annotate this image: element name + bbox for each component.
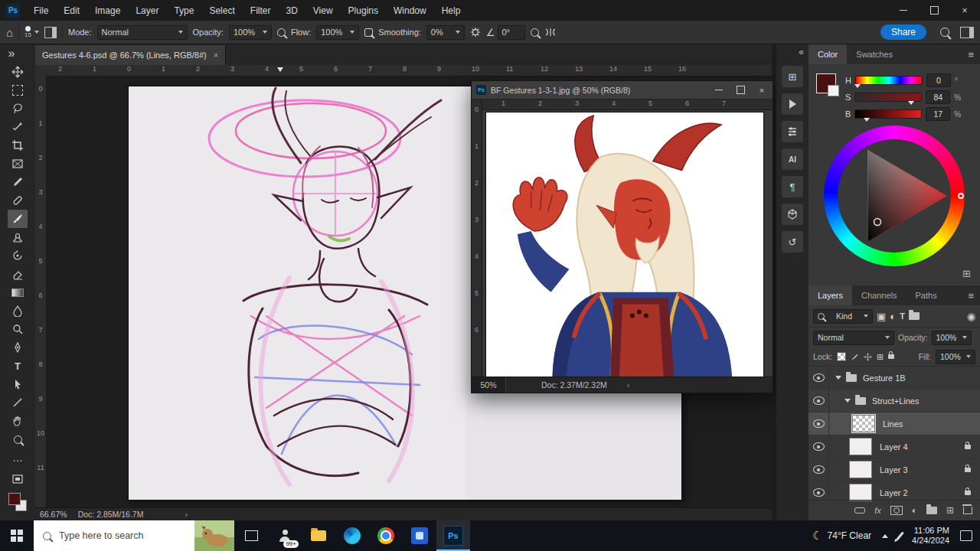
gradient-tool[interactable]	[8, 283, 28, 302]
delete-layer-icon[interactable]	[963, 507, 972, 514]
zoom-tool[interactable]	[8, 430, 28, 448]
layer-opacity-select[interactable]: 100%	[932, 331, 972, 345]
filter-type-icon[interactable]: T	[900, 311, 905, 321]
layer-row[interactable]: Layer 4	[808, 435, 980, 458]
expand-color-icon[interactable]: ⊞	[962, 268, 971, 279]
lock-all-icon[interactable]	[888, 354, 894, 359]
floating-window-titlebar[interactable]: Ps BF Gestures 1-3-1.jpg @ 50% (RGB/8) ×	[472, 81, 773, 99]
hue-value[interactable]: 0	[926, 73, 951, 87]
group-expander-icon[interactable]	[835, 376, 841, 380]
edit-toolbar-icon[interactable]: …	[8, 448, 28, 467]
saturation-slider-marker[interactable]	[908, 101, 914, 105]
path-selection-tool[interactable]	[8, 375, 28, 393]
layer-name[interactable]: Layer 3	[880, 465, 908, 474]
floating-top-ruler[interactable]: 1234567	[482, 99, 773, 110]
status-expand-icon[interactable]: ›	[627, 380, 630, 390]
group-expander-icon[interactable]	[844, 399, 851, 403]
chrome-button[interactable]	[369, 520, 403, 551]
left-ruler[interactable]: 01234567891011	[35, 76, 47, 507]
screen-mode-icon[interactable]	[8, 470, 28, 488]
menu-select[interactable]: Select	[201, 0, 242, 21]
edge-button[interactable]	[335, 520, 369, 551]
new-layer-icon[interactable]: ⊞	[946, 505, 954, 516]
menu-filter[interactable]: Filter	[243, 0, 279, 21]
pen-tool[interactable]	[8, 338, 28, 357]
home-icon[interactable]: ⌂	[6, 26, 13, 39]
file-explorer-button[interactable]	[302, 520, 335, 551]
paragraph-panel-icon[interactable]: ¶	[782, 176, 803, 197]
smoothing-select[interactable]: 0%	[426, 25, 465, 40]
layer-row-group[interactable]: Gesture 1B	[808, 367, 980, 390]
taskbar-search[interactable]: Type here to search	[34, 520, 234, 551]
document-tab[interactable]: Gestures 4-6.psd @ 66.7% (Lines, RGB/8#)…	[35, 45, 226, 65]
airbrush-icon[interactable]	[364, 28, 373, 37]
menu-type[interactable]: Type	[166, 0, 201, 21]
clone-stamp-tool[interactable]	[8, 228, 28, 246]
hidden-icons-chevron[interactable]	[882, 534, 888, 538]
maximize-button[interactable]	[730, 81, 751, 99]
filter-group-icon[interactable]	[909, 312, 920, 320]
minimize-button[interactable]	[888, 0, 919, 21]
layer-effects-icon[interactable]: fx	[874, 506, 881, 515]
weather-widget[interactable]: ☾ 74°F Clear	[812, 529, 871, 543]
quick-selection-tool[interactable]	[8, 118, 28, 136]
color-swatches[interactable]	[8, 493, 27, 511]
toggle-brush-panel-icon[interactable]	[44, 27, 57, 38]
healing-brush-tool[interactable]	[8, 191, 28, 210]
share-button[interactable]: Share	[880, 24, 926, 40]
menu-plugins[interactable]: Plugins	[341, 0, 386, 21]
panel-menu-icon[interactable]: ≡	[962, 44, 980, 64]
pressure-opacity-icon[interactable]	[277, 28, 286, 37]
maximize-button[interactable]	[919, 0, 949, 21]
layer-blend-mode-select[interactable]: Normal	[813, 331, 894, 345]
tab-paths[interactable]: Paths	[906, 285, 946, 305]
visibility-toggle[interactable]	[808, 435, 829, 458]
top-ruler[interactable]: 21012345678910111213141516	[46, 65, 772, 77]
minimize-button[interactable]	[708, 81, 730, 99]
brightness-slider-marker[interactable]	[864, 118, 870, 122]
symmetry-icon[interactable]	[544, 28, 557, 37]
floating-left-ruler[interactable]: 0123456	[472, 99, 482, 377]
close-tab-icon[interactable]: ×	[214, 51, 218, 60]
task-view-button[interactable]	[234, 520, 268, 551]
layer-name[interactable]: Layer 2	[880, 488, 908, 497]
hand-tool[interactable]	[8, 412, 28, 430]
lock-artboard-icon[interactable]: ⊞	[877, 352, 884, 362]
actions-panel-icon[interactable]	[782, 93, 803, 115]
brush-angle-control[interactable]: ∠ 0°	[486, 25, 525, 40]
rotate-view-icon[interactable]: ↺	[782, 231, 803, 253]
layer-thumbnail[interactable]	[852, 415, 875, 432]
hue-slider[interactable]	[855, 76, 923, 85]
search-highlight-image[interactable]	[194, 520, 234, 551]
angle-value-box[interactable]: 0°	[498, 25, 525, 40]
lock-pixels-icon[interactable]	[851, 353, 859, 361]
menu-help[interactable]: Help	[434, 0, 469, 21]
libraries-panel-icon[interactable]: ⊞	[782, 66, 803, 87]
blur-tool[interactable]	[8, 302, 28, 320]
close-button[interactable]: ×	[751, 81, 773, 99]
tab-color[interactable]: Color	[808, 44, 847, 64]
adjustment-layer-icon[interactable]: ◐	[912, 505, 917, 516]
filter-adjustment-icon[interactable]: ◐	[890, 311, 896, 322]
type-tool[interactable]: T	[8, 357, 28, 375]
visibility-toggle[interactable]	[808, 458, 829, 481]
saturation-slider[interactable]	[854, 93, 922, 102]
lock-position-icon[interactable]	[864, 353, 872, 361]
people-button[interactable]: 99+	[268, 520, 302, 551]
history-brush-tool[interactable]	[8, 246, 28, 265]
flow-select[interactable]: 100%	[316, 25, 359, 40]
taskbar-clock[interactable]: 11:06 PM 4/24/2024	[912, 526, 949, 546]
action-center-icon[interactable]	[960, 530, 972, 541]
layer-thumbnail[interactable]	[849, 484, 872, 501]
hsb-triangle[interactable]	[838, 139, 951, 253]
workspace-switcher-icon[interactable]	[960, 27, 974, 38]
floating-zoom-level[interactable]: 50%	[472, 377, 506, 393]
floating-canvas[interactable]	[486, 112, 763, 377]
zoom-level[interactable]: 66.67%	[40, 510, 67, 519]
blend-mode-select[interactable]: Normal	[97, 25, 188, 40]
3d-panel-icon[interactable]	[782, 204, 803, 225]
brush-preset-picker[interactable]: 15	[24, 26, 39, 38]
move-tool[interactable]	[8, 63, 28, 81]
layer-name[interactable]: Gesture 1B	[863, 373, 906, 383]
layer-fill-select[interactable]: 100%	[936, 350, 975, 364]
